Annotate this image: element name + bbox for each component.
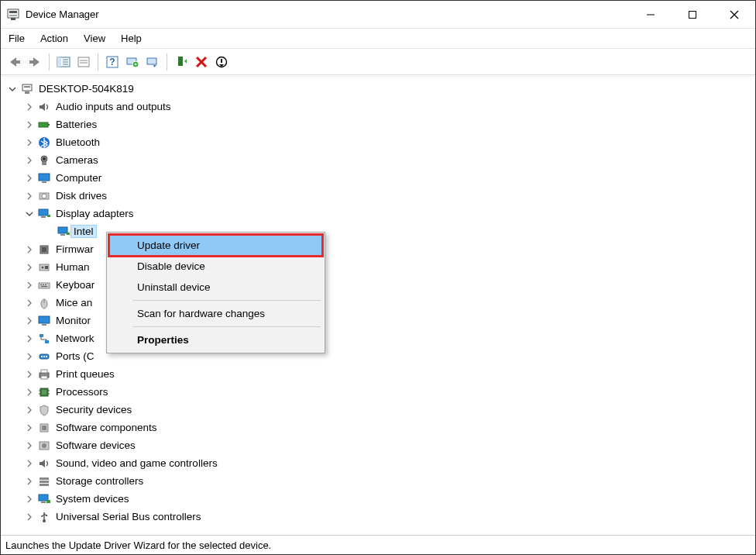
- help-button[interactable]: ?: [103, 53, 122, 71]
- svg-rect-22: [147, 58, 156, 64]
- tree-node-sw-components[interactable]: Software components: [7, 419, 755, 436]
- menu-help[interactable]: Help: [121, 33, 142, 44]
- menu-view[interactable]: View: [84, 33, 105, 44]
- uninstall-device-button[interactable]: [192, 53, 211, 71]
- svg-rect-31: [39, 122, 48, 127]
- expand-icon[interactable]: [24, 173, 34, 183]
- scan-hardware-button[interactable]: [123, 53, 142, 71]
- tree-node-label: Processors: [54, 386, 110, 398]
- tree-node-label: System devices: [54, 493, 131, 505]
- ctx-properties[interactable]: Properties: [109, 329, 322, 350]
- expand-icon[interactable]: [24, 262, 34, 272]
- tree-node-label: Disk drives: [54, 190, 108, 202]
- tree-node-computer[interactable]: Computer: [7, 169, 755, 187]
- ctx-disable-device[interactable]: Disable device: [109, 256, 322, 277]
- tree-node-storage[interactable]: Storage controllers: [7, 472, 755, 490]
- tree-node-security[interactable]: Security devices: [7, 401, 755, 419]
- menu-action[interactable]: Action: [40, 33, 68, 44]
- svg-point-50: [42, 266, 44, 268]
- system-icon: [37, 492, 51, 506]
- tree-node-cameras[interactable]: Cameras: [7, 151, 755, 169]
- svg-marker-27: [219, 64, 224, 67]
- svg-rect-46: [67, 233, 70, 235]
- speaker-icon: [37, 457, 51, 471]
- expander-placeholder: [43, 226, 53, 236]
- expand-icon[interactable]: [24, 422, 34, 433]
- expand-icon[interactable]: [24, 191, 34, 201]
- maximize-button[interactable]: [672, 1, 713, 29]
- tree-node-batteries[interactable]: Batteries: [7, 115, 755, 133]
- expand-icon[interactable]: [24, 387, 34, 397]
- tree-node-usb[interactable]: Universal Serial Bus controllers: [7, 508, 755, 526]
- expand-icon[interactable]: [24, 244, 34, 254]
- ctx-uninstall-device[interactable]: Uninstall device: [109, 277, 322, 298]
- tree-node-print[interactable]: Print queues: [7, 365, 755, 383]
- svg-rect-3: [11, 18, 15, 20]
- svg-rect-8: [15, 60, 20, 64]
- enable-device-button[interactable]: [172, 53, 191, 71]
- tree-node-bluetooth[interactable]: Bluetooth: [7, 133, 755, 151]
- hid-icon: [37, 260, 51, 274]
- tree-node-disk[interactable]: Disk drives: [7, 187, 755, 205]
- expand-icon[interactable]: [24, 315, 34, 326]
- expand-icon[interactable]: [24, 351, 34, 361]
- close-button[interactable]: [713, 1, 755, 29]
- svg-rect-70: [40, 388, 48, 396]
- expand-icon[interactable]: [24, 405, 34, 415]
- tree-node-sound[interactable]: Sound, video and game controllers: [7, 454, 755, 472]
- ctx-update-driver[interactable]: Update driver: [109, 235, 322, 256]
- expand-icon[interactable]: [24, 155, 34, 165]
- network-icon: [37, 332, 51, 346]
- tree-root[interactable]: DESKTOP-504K819: [7, 80, 755, 98]
- display-adapter-icon: [57, 225, 70, 239]
- svg-rect-56: [41, 286, 47, 287]
- back-button[interactable]: [5, 53, 24, 71]
- expand-icon[interactable]: [24, 280, 34, 290]
- svg-rect-44: [58, 227, 67, 233]
- update-driver-button[interactable]: [143, 53, 162, 71]
- svg-rect-53: [40, 284, 42, 285]
- titlebar: Device Manager: [1, 1, 755, 29]
- battery-icon: [37, 118, 51, 132]
- expand-icon[interactable]: [24, 298, 34, 308]
- expand-icon[interactable]: [24, 119, 34, 129]
- svg-rect-60: [42, 324, 46, 326]
- menu-file[interactable]: File: [9, 33, 25, 44]
- speaker-icon: [37, 100, 51, 114]
- properties-button[interactable]: [74, 53, 93, 71]
- expand-icon[interactable]: [24, 102, 34, 112]
- svg-rect-71: [42, 390, 46, 395]
- expand-icon[interactable]: [24, 512, 34, 522]
- collapse-icon[interactable]: [7, 84, 17, 94]
- display-adapter-icon: [37, 207, 51, 221]
- minimize-button[interactable]: [630, 1, 672, 29]
- svg-rect-49: [40, 264, 49, 271]
- expand-icon[interactable]: [24, 494, 34, 504]
- show-hide-tree-button[interactable]: [54, 53, 73, 71]
- camera-icon: [37, 153, 51, 167]
- tree-node-display-adapters[interactable]: Display adapters: [7, 205, 755, 222]
- tree-node-processors[interactable]: Processors: [7, 383, 755, 401]
- tree-node-sw-devices[interactable]: Software devices: [7, 436, 755, 454]
- svg-rect-41: [39, 209, 48, 215]
- forward-button[interactable]: [26, 53, 44, 71]
- svg-point-86: [43, 519, 46, 522]
- disable-device-button[interactable]: [212, 53, 231, 71]
- svg-point-34: [41, 156, 47, 162]
- ctx-scan-hardware[interactable]: Scan for hardware changes: [109, 303, 322, 324]
- expand-icon[interactable]: [24, 440, 34, 450]
- expand-icon[interactable]: [24, 369, 34, 379]
- tree-node-label: Print queues: [54, 368, 116, 380]
- tree-node-label: Intel: [70, 225, 97, 238]
- expand-icon[interactable]: [24, 458, 34, 468]
- tree-node-label: Software components: [54, 422, 159, 433]
- expand-icon[interactable]: [24, 333, 34, 343]
- tree-node-system[interactable]: System devices: [7, 490, 755, 508]
- ctx-separator: [132, 300, 321, 301]
- tree-node-audio[interactable]: Audio inputs and outputs: [7, 98, 755, 115]
- expand-icon[interactable]: [24, 476, 34, 486]
- expand-icon[interactable]: [24, 137, 34, 147]
- svg-point-64: [41, 356, 43, 357]
- collapse-icon[interactable]: [24, 209, 34, 219]
- ctx-separator: [132, 326, 321, 327]
